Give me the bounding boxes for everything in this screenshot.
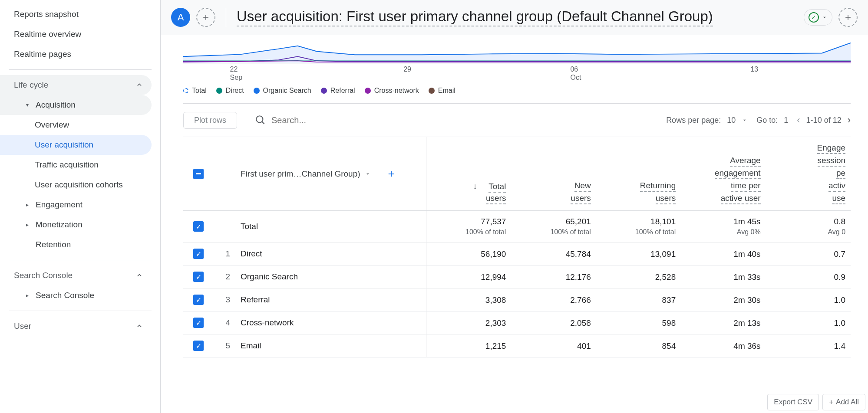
row-checkbox[interactable]: ✓ — [193, 295, 204, 305]
export-csv-button[interactable]: Export CSV — [767, 394, 819, 410]
col-engaged-sessions[interactable]: Engagesessionpeactivuse — [766, 137, 851, 210]
table-row[interactable]: ✓3Referral3,3082,7668372m 30s1.0 — [183, 288, 851, 311]
legend-item[interactable]: Referral — [321, 87, 355, 95]
row-index: 3 — [214, 288, 235, 311]
legend-dot-icon — [429, 88, 435, 94]
sidebar-item-reports-snapshot[interactable]: Reports snapshot — [0, 4, 152, 24]
triangle-right-icon: ▸ — [24, 202, 30, 208]
sidebar-item-realtime-pages[interactable]: Realtime pages — [0, 44, 152, 64]
dimension-dropdown[interactable]: First user prim…Channel Group) — [241, 169, 371, 179]
row-checkbox[interactable]: ✓ — [193, 272, 204, 282]
chevron-up-icon — [135, 271, 144, 280]
page-info: 1-10 of 12 — [806, 116, 842, 125]
row-metric: 401 — [511, 334, 596, 357]
plot-rows-button[interactable]: Plot rows — [183, 112, 237, 129]
legend-label: Referral — [330, 87, 355, 95]
x-tick: 29 — [403, 65, 411, 73]
legend-item[interactable]: Email — [429, 87, 455, 95]
table-row[interactable]: ✓2Organic Search12,99412,1762,5281m 33s0… — [183, 266, 851, 288]
sidebar-item-user-acquisition[interactable]: User acquisition — [0, 135, 152, 155]
chevron-up-icon — [135, 322, 144, 331]
row-metric: 12,176 — [511, 266, 596, 288]
page-title[interactable]: User acquisition: First user primary cha… — [237, 8, 713, 26]
rows-per-page-value[interactable]: 10 — [727, 116, 736, 125]
sort-desc-icon: ↓ — [473, 182, 477, 191]
row-metric: 837 — [596, 288, 681, 311]
table-row[interactable]: ✓4Cross-network2,3032,0585982m 13s1.0 — [183, 311, 851, 334]
triangle-down-icon — [365, 171, 371, 177]
sidebar-section-user[interactable]: User — [0, 316, 152, 336]
triangle-right-icon: ▸ — [24, 292, 30, 298]
goto-value[interactable]: 1 — [784, 116, 788, 125]
triangle-down-icon — [822, 14, 828, 20]
divider — [226, 8, 226, 27]
select-all-checkbox[interactable] — [193, 169, 204, 179]
add-all-button[interactable]: + Add All — [822, 394, 865, 410]
goto-label: Go to: — [756, 116, 778, 125]
next-page-button[interactable]: › — [848, 115, 851, 126]
row-metric: 13,091 — [596, 243, 681, 265]
legend-item[interactable]: Organic Search — [254, 87, 311, 95]
prev-page-button[interactable]: ‹ — [797, 115, 800, 126]
table-row[interactable]: ✓5Email1,2154018544m 36s1.4 — [183, 334, 851, 357]
sidebar-item-search-console[interactable]: ▸ Search Console — [0, 285, 152, 305]
check-circle-icon: ✓ — [809, 12, 819, 23]
chart-svg — [183, 39, 851, 63]
svg-point-0 — [256, 116, 263, 122]
legend-dot-icon — [365, 88, 371, 94]
sidebar-item-realtime-overview[interactable]: Realtime overview — [0, 24, 152, 44]
sidebar-divider — [9, 311, 152, 311]
add-dimension-button[interactable]: + — [388, 167, 395, 180]
sidebar-item-traffic-acquisition[interactable]: Traffic acquisition — [0, 155, 152, 175]
table-total-row: ✓ Total 77,537100% of total 65,201100% o… — [183, 211, 851, 243]
search-input[interactable] — [271, 115, 358, 125]
chart: 0 22Sep2906Oct13 TotalDirectOrganic Sear… — [183, 35, 851, 103]
row-checkbox[interactable]: ✓ — [193, 249, 204, 259]
sidebar-item-acquisition[interactable]: ▾ Acquisition — [0, 95, 152, 115]
legend-dot-icon — [183, 88, 188, 93]
sidebar-section-life-cycle[interactable]: Life cycle — [0, 75, 152, 95]
row-metric: 1m 40s — [681, 243, 766, 265]
row-checkbox[interactable]: ✓ — [193, 221, 204, 232]
divider — [246, 110, 246, 131]
sidebar-item-retention[interactable]: Retention — [0, 235, 152, 255]
table-header-row: First user prim…Channel Group) + ↓Totalu… — [183, 137, 851, 211]
row-dimension[interactable]: Cross-network — [235, 311, 426, 334]
col-new-users[interactable]: Newusers — [511, 137, 596, 210]
sidebar-item-monetization[interactable]: ▸ Monetization — [0, 215, 152, 235]
sidebar-section-search-console[interactable]: Search Console — [0, 266, 152, 285]
row-metric: 2,303 — [426, 311, 511, 334]
row-dimension[interactable]: Referral — [235, 288, 426, 311]
legend-item[interactable]: Direct — [216, 87, 244, 95]
legend-item[interactable]: Cross-network — [365, 87, 419, 95]
table-toolbar: Plot rows Rows per page: 10 Go to: 1 ‹ — [183, 103, 851, 137]
sidebar-item-overview[interactable]: Overview — [0, 115, 152, 135]
sidebar-divider — [9, 69, 152, 70]
row-metric: 854 — [596, 334, 681, 357]
row-checkbox[interactable]: ✓ — [193, 341, 204, 351]
legend-dot-icon — [216, 88, 222, 94]
col-total-users[interactable]: ↓Totalusers — [426, 137, 511, 210]
status-pill[interactable]: ✓ — [804, 9, 832, 26]
row-metric: 3,308 — [426, 288, 511, 311]
row-dimension[interactable]: Email — [235, 334, 426, 357]
sidebar-item-user-acquisition-cohorts[interactable]: User acquisition cohorts — [0, 175, 152, 195]
total-label: Total — [235, 211, 426, 242]
col-returning-users[interactable]: Returningusers — [596, 137, 681, 210]
main: A User acquisition: First user primary c… — [161, 0, 868, 413]
avatar[interactable]: A — [171, 8, 190, 27]
row-metric: 2,766 — [511, 288, 596, 311]
col-avg-engagement-time[interactable]: Averageengagementtime peractive user — [681, 137, 766, 210]
sidebar-item-engagement[interactable]: ▸ Engagement — [0, 195, 152, 215]
add-button[interactable] — [838, 8, 858, 27]
table-row[interactable]: ✓1Direct56,19045,78413,0911m 40s0.7 — [183, 243, 851, 266]
row-dimension[interactable]: Direct — [235, 243, 426, 265]
row-dimension[interactable]: Organic Search — [235, 266, 426, 288]
legend-item[interactable]: Total — [183, 87, 207, 95]
triangle-down-icon[interactable] — [742, 117, 748, 123]
row-metric: 0.9 — [766, 266, 851, 288]
row-checkbox[interactable]: ✓ — [193, 318, 204, 328]
add-comparison-button[interactable] — [196, 8, 215, 27]
sidebar: Reports snapshot Realtime overview Realt… — [0, 0, 161, 413]
sidebar-divider — [9, 260, 152, 260]
